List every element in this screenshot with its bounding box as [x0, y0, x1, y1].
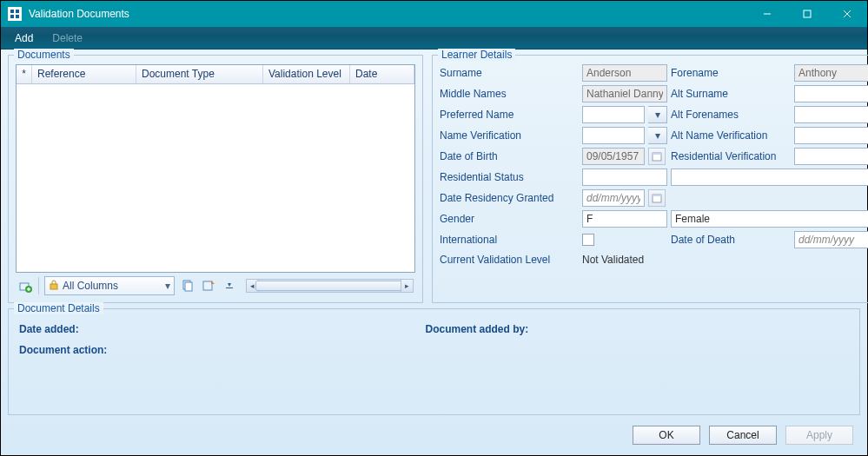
menu-delete: Delete: [43, 30, 91, 47]
label-dob: Date of Birth: [440, 149, 579, 164]
learner-legend: Learner Details: [438, 49, 515, 61]
forename-field: [794, 64, 868, 82]
columns-dropdown[interactable]: All Columns ▾: [44, 276, 175, 295]
add-row-icon[interactable]: [17, 278, 33, 294]
learner-details-panel: Learner Details Surname Forename Middle …: [432, 55, 868, 303]
svg-rect-1: [10, 10, 14, 13]
content-area: Documents * Reference Document Type Vali…: [1, 50, 867, 455]
svg-rect-16: [203, 281, 212, 290]
export-icon[interactable]: [201, 278, 216, 294]
label-gender: Gender: [440, 211, 579, 227]
apply-button: Apply: [785, 426, 853, 445]
label-surname: Surname: [440, 65, 579, 81]
label-current-validation: Current Validation Level: [440, 252, 579, 268]
button-bar: OK Cancel Apply: [8, 420, 860, 450]
titlebar: Validation Documents: [1, 1, 867, 27]
documents-legend: Documents: [14, 49, 74, 61]
lock-icon: [49, 280, 59, 293]
date-added-value: [141, 323, 426, 335]
svg-rect-6: [804, 10, 811, 17]
maximize-button[interactable]: [787, 1, 827, 27]
col-marker[interactable]: *: [17, 65, 32, 83]
col-date[interactable]: Date: [350, 65, 414, 83]
label-dod: Date of Death: [671, 232, 791, 248]
copy-icon[interactable]: [180, 278, 195, 294]
grid-body[interactable]: [17, 84, 414, 272]
document-action-value: [141, 344, 426, 356]
col-validation-level[interactable]: Validation Level: [263, 65, 350, 83]
preferred-name-field[interactable]: [582, 106, 645, 123]
horizontal-scrollbar[interactable]: ◂ ▸: [246, 279, 414, 293]
window-controls: [747, 1, 867, 27]
document-details-legend: Document Details: [14, 302, 103, 314]
documents-panel: Documents * Reference Document Type Vali…: [8, 55, 423, 303]
overflow-icon[interactable]: ▾: [222, 278, 237, 294]
svg-rect-4: [16, 15, 19, 18]
label-res-status: Residential Status: [440, 169, 579, 185]
svg-rect-3: [10, 15, 14, 18]
international-checkbox[interactable]: [582, 234, 594, 246]
label-preferred-name: Preferred Name: [440, 107, 579, 122]
grid-header: * Reference Document Type Validation Lev…: [17, 65, 414, 84]
window-title: Validation Documents: [29, 8, 747, 20]
col-document-type[interactable]: Document Type: [136, 65, 263, 83]
res-granted-calendar-icon[interactable]: [648, 189, 666, 207]
close-button[interactable]: [827, 1, 867, 27]
alt-forenames-field[interactable]: [794, 106, 868, 123]
res-status-desc-field[interactable]: [671, 169, 868, 186]
label-date-added: Date added:: [19, 323, 141, 335]
grid-toolbar: All Columns ▾ ▾ ◂ ▸: [16, 273, 415, 295]
label-alt-surname: Alt Surname: [671, 86, 791, 102]
label-res-granted: Date Residency Granted: [440, 190, 579, 206]
label-document-action: Document action:: [19, 344, 141, 356]
dob-field: [582, 148, 645, 165]
menubar: Add Delete: [1, 27, 867, 50]
app-icon: [8, 7, 22, 21]
res-verification-field[interactable]: [794, 148, 868, 165]
col-reference[interactable]: Reference: [32, 65, 136, 83]
minimize-button[interactable]: [747, 1, 787, 27]
res-status-code-field[interactable]: [582, 169, 667, 186]
svg-rect-2: [16, 10, 19, 13]
scroll-thumb[interactable]: [255, 281, 404, 291]
surname-field: [582, 64, 667, 82]
label-name-verification: Name Verification: [440, 128, 579, 143]
dod-field[interactable]: [794, 231, 868, 248]
label-middle-names: Middle Names: [440, 86, 579, 102]
cancel-button[interactable]: Cancel: [709, 426, 777, 445]
middle-names-field: [582, 85, 667, 102]
svg-rect-15: [185, 282, 192, 291]
svg-rect-18: [653, 153, 661, 155]
window: Validation Documents Add Delete Document…: [0, 0, 868, 456]
label-alt-forenames: Alt Forenames: [671, 107, 791, 122]
chevron-down-icon: ▾: [165, 280, 170, 292]
scroll-right-icon[interactable]: ▸: [401, 280, 413, 292]
svg-rect-13: [50, 284, 57, 289]
label-res-verification: Residential Verification: [671, 149, 791, 164]
alt-surname-field[interactable]: [794, 85, 868, 102]
label-forename: Forename: [671, 65, 791, 81]
name-verification-field[interactable]: [582, 127, 645, 144]
gender-code-field[interactable]: [582, 210, 667, 228]
added-by-value: [565, 323, 850, 335]
current-validation-value: Not Validated: [582, 252, 868, 268]
label-alt-name-verification: Alt Name Verification: [671, 128, 791, 143]
label-international: International: [440, 232, 579, 248]
ok-button[interactable]: OK: [633, 426, 700, 445]
menu-add[interactable]: Add: [6, 30, 42, 47]
dob-calendar-icon[interactable]: [648, 148, 666, 165]
preferred-name-dropdown[interactable]: ▾: [648, 106, 667, 123]
svg-rect-20: [653, 195, 661, 196]
res-granted-field[interactable]: [582, 189, 645, 207]
columns-dropdown-label: All Columns: [63, 280, 162, 292]
gender-desc-field[interactable]: [671, 210, 868, 228]
alt-name-verification-field[interactable]: [794, 127, 868, 144]
document-details-panel: Document Details Date added: Document ad…: [8, 308, 860, 415]
name-verification-dropdown[interactable]: ▾: [648, 127, 667, 144]
documents-grid[interactable]: * Reference Document Type Validation Lev…: [16, 64, 415, 273]
label-added-by: Document added by:: [426, 323, 565, 335]
